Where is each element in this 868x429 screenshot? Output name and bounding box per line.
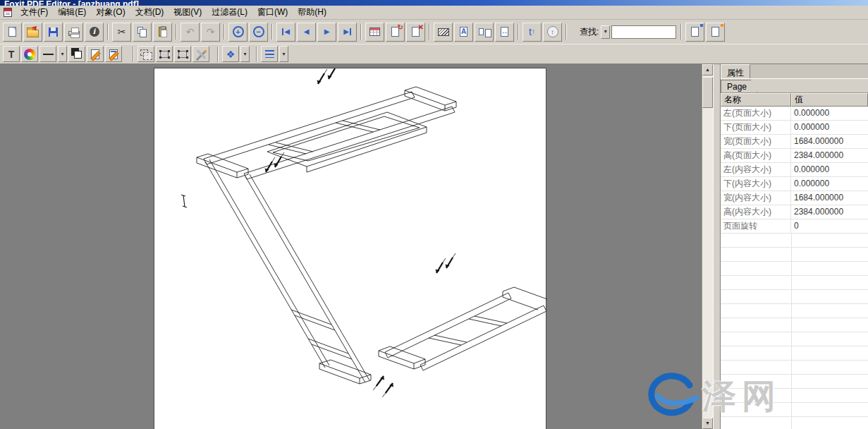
zoom-out-button[interactable]: − xyxy=(249,23,268,42)
document-info-button[interactable]: i xyxy=(85,23,104,42)
facing-pages-button[interactable] xyxy=(475,23,494,42)
property-value[interactable]: 1684.000000 xyxy=(791,135,868,148)
property-value[interactable]: 2384.000000 xyxy=(791,205,868,219)
property-value[interactable]: 0.000000 xyxy=(791,121,868,134)
menu-item[interactable]: 过滤器(L) xyxy=(207,5,252,20)
next-page-button[interactable]: ▶ xyxy=(317,23,336,42)
vertical-scrollbar[interactable]: ▲ ▼ xyxy=(702,64,713,429)
menu-item[interactable]: 视图(V) xyxy=(169,5,207,20)
property-name: 下(页面大小) xyxy=(721,121,791,134)
menu-item[interactable]: 文件(F) xyxy=(16,5,53,20)
pdf-page[interactable] xyxy=(154,68,546,429)
fill-style-button[interactable] xyxy=(68,46,85,62)
up-arrow-icon: ▲ xyxy=(705,67,710,72)
text-direction-button[interactable]: t↑ xyxy=(522,23,542,42)
properties-table: 名称 值 左(页面大小) 0.000000 下(页面大小) 0.000000 xyxy=(721,93,868,429)
select-objects-button[interactable] xyxy=(137,46,154,62)
copy-icon xyxy=(137,27,143,34)
blue-corner-icon xyxy=(700,24,703,27)
text-tool-icon: T xyxy=(8,49,15,59)
scroll-up-button[interactable]: ▲ xyxy=(702,64,713,75)
property-row[interactable]: 高(页面大小) 2384.000000 xyxy=(721,149,868,163)
property-row[interactable]: 宽(页面大小) 1684.000000 xyxy=(721,135,868,149)
zoom-in-button[interactable]: + xyxy=(228,23,247,42)
fill-swatch-icon xyxy=(71,48,79,56)
property-row[interactable]: 下(页面大小) 0.000000 xyxy=(721,121,868,135)
property-row[interactable]: 左(页面大小) 0.000000 xyxy=(721,107,868,121)
menu-item[interactable]: 窗口(W) xyxy=(252,5,293,20)
rotate-page-button[interactable]: ↻ xyxy=(386,23,405,42)
delete-page-button[interactable]: ✕ xyxy=(406,23,425,42)
document-icon[interactable] xyxy=(4,8,12,17)
save-button[interactable] xyxy=(44,23,63,42)
select-text-button[interactable]: A xyxy=(454,23,473,42)
property-value[interactable]: 0.000000 xyxy=(791,163,868,176)
property-row[interactable]: 左(内容大小) 0.000000 xyxy=(721,163,868,177)
first-page-icon: ◀ xyxy=(282,28,290,35)
page-form-button[interactable] xyxy=(365,23,384,42)
menu-item[interactable]: 对象(O) xyxy=(91,5,130,20)
property-row[interactable]: 宽(内容大小) 1684.000000 xyxy=(721,191,868,205)
marquee-icon xyxy=(140,49,148,56)
tab-page[interactable]: Page xyxy=(721,80,757,92)
page-icon xyxy=(691,27,699,37)
scrollbar-track[interactable] xyxy=(702,75,713,418)
menu-item[interactable]: 帮助(H) xyxy=(293,5,331,20)
property-value[interactable]: 2384.000000 xyxy=(791,149,868,162)
form-grid-icon xyxy=(369,28,380,36)
toolbar-separator xyxy=(566,24,567,40)
open-button[interactable] xyxy=(23,23,42,42)
panel-splitter[interactable] xyxy=(713,64,721,429)
find-input[interactable] xyxy=(611,25,676,39)
toolbar-separator xyxy=(360,24,362,40)
paste-button[interactable] xyxy=(153,23,172,42)
menu-item[interactable]: 文档(D) xyxy=(130,5,169,20)
first-page-button[interactable]: ◀ xyxy=(276,23,295,42)
tools-button[interactable] xyxy=(192,46,209,62)
scale-button[interactable] xyxy=(174,46,191,62)
toolbar-main: i ✂ ↶ ↷ + − ◀ ◀ ▶ ▶ ↻ ✕ A ↔ t↑ ↑ 查找: ▾ xyxy=(0,20,868,44)
column-header-name[interactable]: 名称 xyxy=(721,93,791,107)
fit-width-button[interactable]: ↔ xyxy=(495,23,514,42)
node-edit-button[interactable]: ❖ xyxy=(222,46,239,62)
property-value[interactable]: 0.000000 xyxy=(791,177,868,191)
property-value[interactable]: 1684.000000 xyxy=(791,191,868,205)
align-dropdown[interactable]: ▾ xyxy=(279,46,288,62)
go-up-level-button[interactable]: ↑ xyxy=(543,23,562,42)
info-icon: i xyxy=(90,27,99,37)
document-summary-button[interactable] xyxy=(685,23,704,42)
property-row[interactable]: 下(内容大小) 0.000000 xyxy=(721,177,868,191)
transform-button[interactable] xyxy=(156,46,173,62)
menu-item[interactable]: 编辑(E) xyxy=(53,5,91,20)
find-dropdown-button[interactable]: ▾ xyxy=(601,25,610,39)
edit-object-button[interactable] xyxy=(105,46,122,62)
new-document-button[interactable] xyxy=(3,23,22,42)
color-wheel-button[interactable] xyxy=(21,46,38,62)
column-header-value[interactable]: 值 xyxy=(791,93,868,107)
document-properties-button[interactable] xyxy=(706,23,725,42)
property-row[interactable]: 页面旋转 0 xyxy=(721,219,868,234)
scrollbar-thumb[interactable] xyxy=(702,77,713,108)
previous-page-button[interactable]: ◀ xyxy=(297,23,316,42)
property-name: 宽(页面大小) xyxy=(721,135,791,148)
redo-button[interactable]: ↷ xyxy=(201,23,220,42)
tab-properties[interactable]: 属性 xyxy=(721,64,750,78)
property-value[interactable]: 0 xyxy=(791,219,868,233)
align-button[interactable] xyxy=(261,46,278,62)
edit-content-button[interactable] xyxy=(87,46,104,62)
line-style-dropdown[interactable]: ▾ xyxy=(58,46,67,62)
cut-button[interactable]: ✂ xyxy=(112,23,131,42)
text-tool-button[interactable]: T xyxy=(3,46,20,62)
scroll-down-button[interactable]: ▼ xyxy=(702,418,713,429)
document-canvas[interactable] xyxy=(0,64,702,429)
hatch-pattern-button[interactable] xyxy=(434,23,453,42)
copy-button[interactable] xyxy=(133,23,152,42)
property-value[interactable]: 0.000000 xyxy=(791,107,868,120)
node-edit-dropdown[interactable]: ▾ xyxy=(240,46,250,62)
undo-button[interactable]: ↶ xyxy=(181,23,200,42)
print-button[interactable] xyxy=(64,23,83,42)
property-row[interactable]: 高(内容大小) 2384.000000 xyxy=(721,205,868,219)
toolbar-separator xyxy=(518,24,519,40)
line-style-button[interactable] xyxy=(39,46,56,62)
last-page-button[interactable]: ▶ xyxy=(338,23,357,42)
